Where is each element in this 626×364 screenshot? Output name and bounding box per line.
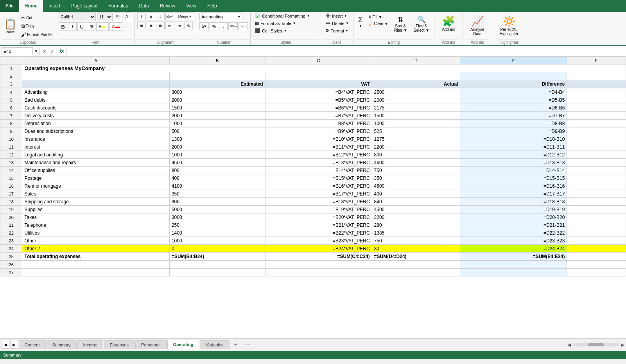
cell-f15[interactable] xyxy=(567,174,626,182)
row-header[interactable]: 25 xyxy=(0,253,22,260)
cell-a14[interactable]: Office supplies xyxy=(22,167,169,174)
cell-c21[interactable]: =B21*VAT_PERC xyxy=(265,221,372,229)
fill-button[interactable]: ⬇ Fill ▼ xyxy=(367,14,390,20)
row-header[interactable]: 24 xyxy=(0,245,22,253)
cell-f17[interactable] xyxy=(567,190,626,198)
align-middle-button[interactable]: ≡ xyxy=(147,13,155,20)
cell-e22[interactable]: =D22-B22 xyxy=(460,229,567,237)
cell-e25[interactable]: =SUM(E4:E24) xyxy=(460,253,567,260)
bold-button[interactable]: B xyxy=(59,22,67,31)
cell-f26[interactable] xyxy=(567,261,626,269)
sort-filter-button[interactable]: ⇅ Sort & Filter ▼ xyxy=(391,14,410,34)
cell-f10[interactable] xyxy=(567,135,626,143)
cell-a27[interactable] xyxy=(22,269,169,276)
cell-e12[interactable]: =D12-B12 xyxy=(460,151,567,159)
cell-e24[interactable]: =D24-B24 xyxy=(460,245,567,253)
cell-a26[interactable] xyxy=(22,261,169,269)
cell-b24[interactable]: 0 xyxy=(169,245,265,253)
clear-button[interactable]: 🧹 Clear ▼ xyxy=(367,21,390,27)
cell-a1[interactable]: Operating expenses MyCompany xyxy=(22,65,626,72)
cell-f25[interactable] xyxy=(567,253,626,260)
decrease-font-button[interactable]: A⁻ xyxy=(124,13,132,21)
font-family-select[interactable]: Calibri xyxy=(59,13,96,21)
scroll-track[interactable] xyxy=(572,343,619,346)
cell-c13[interactable]: =B13*VAT_PERC xyxy=(265,159,372,167)
cell-a24[interactable]: Other 2 xyxy=(22,245,169,253)
cell-d16[interactable]: 4500 xyxy=(372,182,460,190)
cell-d23[interactable]: 750 xyxy=(372,237,460,245)
cell-c3[interactable]: VAT xyxy=(265,80,372,88)
sheet-tab-operating[interactable]: Operating xyxy=(167,340,199,350)
cell-f14[interactable] xyxy=(567,167,626,174)
row-header[interactable]: 8 xyxy=(0,120,22,127)
format-cells-button[interactable]: ⚙ Format ▼ xyxy=(323,27,351,34)
cell-e10[interactable]: =D10-B10 xyxy=(460,135,567,143)
cell-b12[interactable]: 1000 xyxy=(169,151,265,159)
number-format-dropdown[interactable]: Accounting ▼ xyxy=(199,13,242,21)
cell-a23[interactable]: Other xyxy=(22,237,169,245)
col-header-b[interactable]: B xyxy=(169,57,265,65)
cell-d24[interactable]: 30 xyxy=(372,245,460,253)
tab-review[interactable]: Review xyxy=(154,0,181,12)
cell-f11[interactable] xyxy=(567,143,626,151)
cell-b3[interactable]: Estimated xyxy=(169,80,265,88)
decrease-decimal-button[interactable]: ←.0 xyxy=(239,22,248,30)
cell-d3[interactable]: Actual xyxy=(372,80,460,88)
format-as-table-button[interactable]: ▦ Format as Table ▼ xyxy=(253,20,318,27)
cell-d13[interactable]: 4600 xyxy=(372,159,460,167)
cell-f6[interactable] xyxy=(567,104,626,112)
cell-c17[interactable]: =B17*VAT_PERC xyxy=(265,190,372,198)
conditional-formatting-button[interactable]: 📊 Conditional Formatting ▼ xyxy=(253,13,318,19)
cell-c19[interactable]: =B19*VAT_PERC xyxy=(265,206,372,213)
cell-e18[interactable]: =D18-B18 xyxy=(460,198,567,206)
cell-b17[interactable]: 350 xyxy=(169,190,265,198)
cell-e21[interactable]: =D21-B21 xyxy=(460,221,567,229)
cell-e3[interactable]: Difference xyxy=(460,80,567,88)
tab-file[interactable]: File xyxy=(0,0,19,12)
cut-button[interactable]: ✂ Cut xyxy=(20,14,54,22)
cell-d15[interactable]: 350 xyxy=(372,174,460,182)
cell-e20[interactable]: =D20-B20 xyxy=(460,213,567,221)
cell-b20[interactable]: 3000 xyxy=(169,213,265,221)
cell-c2[interactable] xyxy=(265,72,372,80)
cell-f9[interactable] xyxy=(567,127,626,135)
format-painter-button[interactable]: 🖌 Format Painter xyxy=(20,31,54,38)
percent-button[interactable]: % xyxy=(210,22,218,30)
cell-d22[interactable]: 1385 xyxy=(372,229,460,237)
cell-d11[interactable]: 2200 xyxy=(372,143,460,151)
row-header[interactable]: 20 xyxy=(0,213,22,221)
align-bottom-button[interactable]: ⊥ xyxy=(156,13,165,20)
row-header[interactable]: 3 xyxy=(0,80,22,88)
cancel-formula-button[interactable]: ✕ xyxy=(41,48,48,54)
cell-b13[interactable]: 4500 xyxy=(169,159,265,167)
row-header[interactable]: 2 xyxy=(0,72,22,80)
tab-formulas[interactable]: Formulas xyxy=(103,0,133,12)
increase-decimal-button[interactable]: .00→ xyxy=(228,22,238,30)
row-header[interactable]: 9 xyxy=(0,127,22,135)
increase-font-button[interactable]: A⁺ xyxy=(114,13,122,21)
cell-f19[interactable] xyxy=(567,206,626,213)
cell-a8[interactable]: Depreciation xyxy=(22,120,169,127)
row-header[interactable]: 15 xyxy=(0,174,22,182)
cell-b19[interactable]: 5000 xyxy=(169,206,265,213)
col-header-e[interactable]: E xyxy=(460,57,567,65)
cell-b25[interactable]: =SUM(B4:B24) xyxy=(169,253,265,260)
cell-e4[interactable]: =D4-B4 xyxy=(460,88,567,96)
cell-d10[interactable]: 1275 xyxy=(372,135,460,143)
row-header[interactable]: 23 xyxy=(0,237,22,245)
col-header-d[interactable]: D xyxy=(372,57,460,65)
sheet-tab-variables[interactable]: Variables xyxy=(200,340,229,349)
row-header[interactable]: 22 xyxy=(0,229,22,237)
row-header[interactable]: 4 xyxy=(0,88,22,96)
cell-c8[interactable]: =B8*VAT_PERC xyxy=(265,120,372,127)
cell-c11[interactable]: =B11*VAT_PERC xyxy=(265,143,372,151)
cell-a20[interactable]: Taxes xyxy=(22,213,169,221)
row-header[interactable]: 19 xyxy=(0,206,22,213)
cell-e19[interactable]: =D19-B19 xyxy=(460,206,567,213)
copy-button[interactable]: ⧉ Copy xyxy=(20,22,54,30)
cell-a16[interactable]: Rent or mortgage xyxy=(22,182,169,190)
row-header[interactable]: 16 xyxy=(0,182,22,190)
row-header[interactable]: 12 xyxy=(0,151,22,159)
autosum-button[interactable]: Σ ▼ xyxy=(356,14,365,29)
cell-c23[interactable]: =B23*VAT_PERC xyxy=(265,237,372,245)
